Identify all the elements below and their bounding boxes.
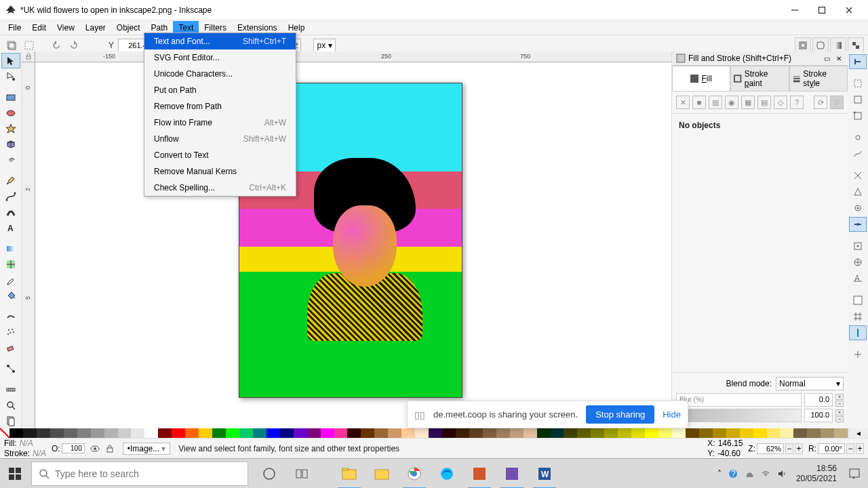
snap-text-baseline-icon[interactable]: A xyxy=(849,271,867,286)
taskbar-chrome[interactable] xyxy=(399,459,430,489)
color-swatch[interactable] xyxy=(807,428,821,438)
color-swatch[interactable] xyxy=(686,428,699,438)
tool-rectangle[interactable] xyxy=(1,89,20,105)
menu-unicode-chars[interactable]: Unicode Characters... xyxy=(144,66,296,82)
tool-ellipse[interactable] xyxy=(1,105,20,121)
color-swatch[interactable] xyxy=(658,428,672,438)
color-swatch[interactable] xyxy=(401,428,415,438)
color-swatch[interactable] xyxy=(280,428,294,438)
snap-guide-icon[interactable] xyxy=(849,325,867,340)
color-swatch[interactable] xyxy=(631,428,645,438)
color-swatch[interactable] xyxy=(551,428,564,438)
color-swatch[interactable] xyxy=(456,428,469,438)
menu-flow-into-frame[interactable]: Flow into FrameAlt+W xyxy=(144,115,296,131)
rotate-inc-button[interactable]: + xyxy=(856,443,864,454)
color-swatch[interactable] xyxy=(821,428,834,438)
color-swatch[interactable] xyxy=(442,428,456,438)
menu-remove-from-path[interactable]: Remove from Path xyxy=(144,98,296,115)
ruler-vertical[interactable]: 0 2 5 xyxy=(22,62,35,428)
tray-wifi-icon[interactable] xyxy=(761,469,770,479)
snap-intersection-icon[interactable] xyxy=(849,168,867,183)
close-button[interactable] xyxy=(835,1,863,20)
system-tray[interactable]: ˄ ? xyxy=(712,469,792,479)
color-swatch[interactable] xyxy=(483,428,496,438)
tool-bucket[interactable] xyxy=(1,287,20,303)
color-swatch[interactable] xyxy=(144,428,158,438)
taskbar-cortana[interactable] xyxy=(254,459,285,489)
tool-pencil[interactable] xyxy=(1,173,20,188)
tool-eraser[interactable] xyxy=(1,340,20,355)
taskbar-app2[interactable] xyxy=(496,459,528,489)
color-swatch[interactable] xyxy=(239,428,253,438)
color-swatch[interactable] xyxy=(793,428,807,438)
menu-edit[interactable]: Edit xyxy=(26,21,52,35)
color-swatch[interactable] xyxy=(834,428,848,438)
paint-inherit[interactable]: ⟳ xyxy=(814,96,827,109)
panel-close-icon[interactable]: ✕ xyxy=(834,54,844,63)
color-swatch[interactable] xyxy=(9,428,23,438)
color-swatch[interactable] xyxy=(577,428,591,438)
color-swatch[interactable] xyxy=(212,428,226,438)
snap-path-icon[interactable] xyxy=(849,146,867,161)
taskbar-word[interactable]: W xyxy=(529,459,560,489)
taskbar-edge[interactable] xyxy=(431,459,462,489)
tool-gradient[interactable] xyxy=(1,241,20,256)
tool-selector[interactable] xyxy=(1,53,20,68)
color-swatch[interactable] xyxy=(104,428,118,438)
color-swatch[interactable] xyxy=(185,428,199,438)
menu-remove-kerns[interactable]: Remove Manual Kerns xyxy=(144,163,296,180)
tool-star[interactable] xyxy=(1,121,20,136)
paint-pattern[interactable]: ▤ xyxy=(757,96,771,109)
snap-page-border-icon[interactable] xyxy=(849,293,867,308)
color-swatch[interactable] xyxy=(37,428,50,438)
unit-select[interactable]: px▾ xyxy=(313,39,336,52)
color-swatch[interactable] xyxy=(780,428,793,438)
color-swatch[interactable] xyxy=(740,428,753,438)
snap-bbox-corner-icon[interactable] xyxy=(849,108,867,123)
color-swatch[interactable] xyxy=(537,428,551,438)
taskbar-clock[interactable]: 18:56 20/05/2021 xyxy=(792,464,841,483)
opacity-indicator[interactable]: O: 100 xyxy=(52,443,85,453)
color-swatch[interactable] xyxy=(672,428,686,438)
snap-object-center-icon[interactable] xyxy=(849,239,867,253)
menu-convert-to-text[interactable]: Convert to Text xyxy=(144,147,296,163)
rotate-ccw-icon[interactable] xyxy=(49,38,64,53)
color-swatch[interactable] xyxy=(267,428,280,438)
paint-swatch[interactable]: ◇ xyxy=(774,96,787,109)
snap-node-icon[interactable] xyxy=(849,130,867,145)
zoom-control[interactable]: Z: 62% − + xyxy=(748,443,803,454)
layer-visibility-icon[interactable] xyxy=(90,444,100,453)
tool-spiral[interactable] xyxy=(1,152,20,167)
tool-calligraphy[interactable] xyxy=(1,204,20,220)
tool-zoom[interactable] xyxy=(1,397,20,413)
tool-3dbox[interactable] xyxy=(1,136,20,152)
ruler-horizontal[interactable]: -150 250 500 750 1000 xyxy=(35,52,671,62)
affect-gradient-icon[interactable] xyxy=(830,37,846,54)
menu-put-on-path[interactable]: Put on Path xyxy=(144,82,296,98)
tool-node[interactable] xyxy=(1,68,20,84)
color-swatch[interactable] xyxy=(118,428,132,438)
tool-tweak[interactable] xyxy=(1,308,20,324)
opacity-stepper[interactable]: +− xyxy=(835,409,844,422)
color-swatch[interactable] xyxy=(524,428,537,438)
tool-dropper[interactable] xyxy=(1,272,20,287)
color-swatch[interactable] xyxy=(23,428,37,438)
opacity-slider[interactable] xyxy=(676,409,802,422)
blur-slider[interactable]: Blur (%) xyxy=(676,393,802,407)
color-swatch[interactable] xyxy=(374,428,388,438)
color-swatch[interactable] xyxy=(64,428,77,438)
color-swatch[interactable] xyxy=(307,428,321,438)
swatch-none[interactable] xyxy=(0,428,9,438)
canvas[interactable] xyxy=(35,62,671,428)
color-swatch[interactable] xyxy=(429,428,442,438)
tool-pages[interactable] xyxy=(1,413,20,428)
rotation-control[interactable]: R: 0.00° − + xyxy=(808,443,864,454)
deselect-icon[interactable] xyxy=(22,38,37,53)
tray-help-icon[interactable]: ? xyxy=(728,469,738,479)
layer-lock-icon[interactable] xyxy=(105,444,115,453)
color-swatch[interactable] xyxy=(753,428,767,438)
color-swatch[interactable] xyxy=(469,428,483,438)
minimize-button[interactable] xyxy=(781,1,808,20)
blur-stepper[interactable]: +− xyxy=(835,394,844,407)
tray-volume-icon[interactable] xyxy=(777,469,787,479)
